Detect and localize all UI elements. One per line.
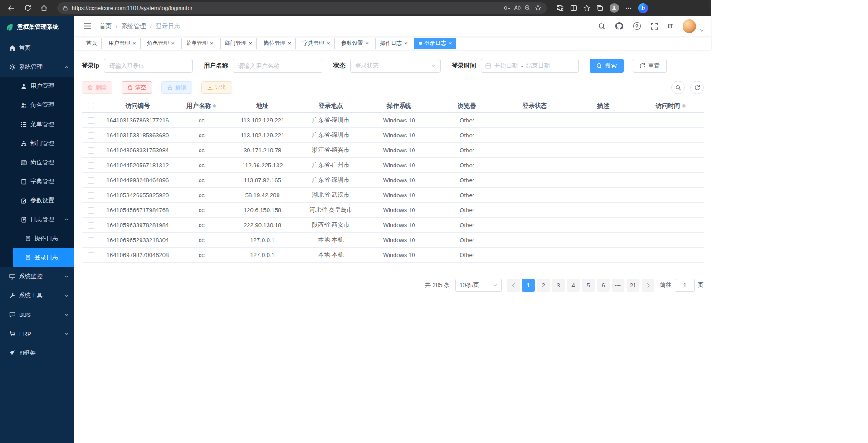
refresh-button[interactable] (21, 2, 34, 14)
table-row[interactable]: 1641069652933218304cc127.0.0.1本地-本机Windo… (82, 233, 704, 248)
tab-operation-log[interactable]: 操作日志× (375, 38, 412, 49)
sidebar-item-dictionary-management[interactable]: 字典管理 (0, 172, 74, 191)
add-favorite-star-icon[interactable] (535, 5, 541, 11)
page-button-21[interactable]: 21 (627, 279, 639, 292)
browser-profile-icon[interactable] (610, 3, 619, 13)
back-button[interactable] (5, 2, 18, 14)
more-options-icon[interactable] (625, 5, 632, 12)
page-button-6[interactable]: 6 (597, 279, 610, 292)
sidebar-item-system-management[interactable]: 系统管理 (0, 58, 74, 77)
breadcrumb-system-management[interactable]: 系统管理 (122, 22, 146, 30)
tab-close-icon[interactable]: × (327, 40, 330, 46)
page-button-2[interactable]: 2 (537, 279, 550, 292)
page-button-5[interactable]: 5 (582, 279, 595, 292)
select-all-checkbox[interactable] (88, 103, 94, 109)
unlock-button[interactable]: 解锁 (161, 81, 192, 94)
split-screen-icon[interactable] (570, 5, 577, 12)
tab-close-icon[interactable]: × (288, 40, 291, 46)
reset-button[interactable]: 重置 (633, 59, 667, 73)
tab-department-management[interactable]: 部门管理× (220, 38, 257, 49)
search-button[interactable]: 搜索 (590, 59, 624, 73)
fullscreen-button[interactable] (651, 23, 658, 30)
refresh-table-button[interactable] (690, 81, 704, 94)
sidebar-item-home[interactable]: 首页 (0, 39, 74, 58)
page-size-select[interactable]: 10条/页 (455, 279, 502, 292)
table-row[interactable]: 1641043063331753984cc39.171.210.78浙江省-绍兴… (82, 143, 704, 158)
user-avatar[interactable] (683, 19, 696, 33)
tab-close-icon[interactable]: × (249, 40, 253, 46)
tab-login-log[interactable]: 登录日志× (414, 38, 457, 49)
table-row[interactable]: 1641031367863177216cc113.102.129.221广东省-… (82, 113, 704, 128)
sidebar-item-system-tools[interactable]: 系统工具 (0, 286, 74, 305)
table-row[interactable]: 1641044993248464896cc113.87.92.165广东省-深圳… (82, 173, 704, 188)
table-row[interactable]: 1641069798270046208cc127.0.0.1本地-本机Windo… (82, 248, 704, 263)
address-bar[interactable]: https://ccnetcore.com:1101/system/log/lo… (57, 2, 547, 14)
goto-page-input[interactable] (675, 279, 695, 292)
tab-close-icon[interactable]: × (449, 40, 452, 46)
status-select[interactable]: 登录状态 (350, 59, 441, 73)
help-button[interactable]: ? (633, 22, 641, 30)
sidebar-item-system-monitor[interactable]: 系统监控 (0, 267, 74, 286)
password-key-icon[interactable] (503, 5, 510, 11)
sidebar-item-department-management[interactable]: 部门管理 (0, 134, 74, 153)
delete-button[interactable]: 删除 (82, 81, 112, 94)
tab-close-icon[interactable]: × (132, 40, 136, 46)
read-aloud-icon[interactable] (514, 5, 521, 11)
row-checkbox[interactable] (88, 177, 94, 184)
zoom-out-icon[interactable] (524, 5, 531, 11)
sidebar-item-login-log[interactable]: 登录日志 (0, 248, 74, 267)
table-row[interactable]: 1641044520567181312cc112.96.225.132广东省-广… (82, 158, 704, 173)
sidebar-item-parameter-settings[interactable]: 参数设置 (0, 191, 74, 210)
sort-control[interactable] (682, 104, 686, 108)
sort-control[interactable] (213, 104, 216, 108)
row-checkbox[interactable] (88, 207, 94, 214)
tab-parameter-settings[interactable]: 参数设置× (337, 38, 374, 49)
login-time-range-picker[interactable]: 开始日期 - 结束日期 (481, 59, 579, 73)
page-button-4[interactable]: 4 (567, 279, 580, 292)
sidebar-item-log-management[interactable]: 日志管理 (0, 210, 74, 229)
show-search-toggle-button[interactable] (671, 81, 685, 94)
table-row[interactable]: 1641059633978281984cc222.90.130.18陕西省-西安… (82, 218, 704, 233)
page-button-3[interactable]: 3 (552, 279, 565, 292)
row-checkbox[interactable] (88, 252, 94, 258)
page-button-1[interactable]: 1 (522, 279, 535, 292)
row-checkbox[interactable] (88, 162, 94, 169)
bing-chat-icon[interactable]: b (638, 3, 648, 13)
extensions-icon[interactable] (557, 5, 564, 12)
github-link-button[interactable] (615, 22, 623, 30)
next-page-button[interactable] (642, 279, 654, 292)
login-ip-input[interactable] (104, 59, 193, 73)
collections-icon[interactable] (596, 5, 604, 12)
sidebar-item-bbs[interactable]: BBS (0, 305, 74, 324)
row-checkbox[interactable] (88, 117, 94, 124)
clear-button[interactable]: 清空 (122, 81, 152, 94)
export-button[interactable]: 导出 (201, 81, 232, 94)
row-checkbox[interactable] (88, 237, 94, 243)
tab-menu-management[interactable]: 菜单管理× (181, 38, 218, 49)
header-search-button[interactable] (598, 23, 605, 30)
sidebar-toggle-button[interactable] (83, 23, 91, 29)
sidebar-item-post-management[interactable]: 岗位管理 (0, 153, 74, 172)
favorites-icon[interactable] (583, 5, 590, 12)
sidebar-item-erp[interactable]: ERP (0, 324, 74, 343)
more-pages-button[interactable]: ••• (612, 279, 624, 292)
tab-close-icon[interactable]: × (366, 40, 369, 46)
row-checkbox[interactable] (88, 132, 94, 139)
breadcrumb-home[interactable]: 首页 (99, 22, 112, 30)
sidebar-item-menu-management[interactable]: 菜单管理 (0, 115, 74, 134)
tab-user-management[interactable]: 用户管理× (104, 38, 141, 49)
text-size-button[interactable]: tT (668, 23, 673, 29)
tab-close-icon[interactable]: × (210, 40, 214, 46)
table-row[interactable]: 1641031533185863680cc113.102.129.221广东省-… (82, 128, 704, 143)
table-row[interactable]: 1641053426655825920cc58.19.42.209湖北省-武汉市… (82, 188, 704, 203)
tab-close-icon[interactable]: × (404, 40, 408, 46)
sidebar-item-role-management[interactable]: 角色管理 (0, 96, 74, 115)
username-input[interactable] (233, 59, 322, 73)
tab-post-management[interactable]: 岗位管理× (259, 38, 296, 49)
tab-role-management[interactable]: 角色管理× (143, 38, 180, 49)
tab-home[interactable]: 首页 (82, 38, 102, 49)
row-checkbox[interactable] (88, 192, 94, 199)
table-row[interactable]: 1641054566717984768cc120.6.150.158河北省-秦皇… (82, 203, 704, 218)
prev-page-button[interactable] (507, 279, 520, 292)
sidebar-item-user-management[interactable]: 用户管理 (0, 77, 74, 96)
